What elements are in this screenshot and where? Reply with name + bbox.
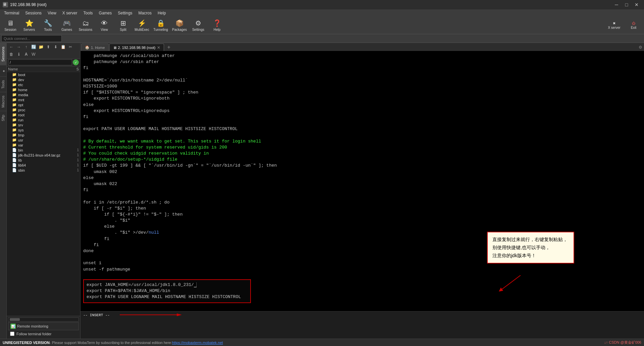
tree-item-bin[interactable]: 📄 bin 1 [7, 148, 80, 153]
menu-terminal[interactable]: Terminal [1, 10, 22, 16]
maximize-button[interactable]: □ [622, 0, 631, 9]
tree-item-proc[interactable]: 📁 proc [7, 107, 80, 112]
tree-item-media[interactable]: 📁 media [7, 92, 80, 97]
status-message: - Please support MobaTerm by subscribing… [50, 341, 172, 345]
games-icon: 🎮 [63, 19, 71, 27]
menu-tools[interactable]: Tools [81, 10, 96, 16]
folder-icon: 📁 [12, 133, 17, 137]
toolbar-xserver[interactable]: ✖ X server [605, 17, 623, 34]
new-tab-button[interactable]: + [165, 44, 173, 51]
xserver-label: X server [608, 26, 620, 30]
tree-item-var[interactable]: 📁 var [7, 142, 80, 148]
tab-home[interactable]: 🏠 1. Home [81, 44, 109, 51]
servers-icon: ⭐ [25, 19, 34, 27]
balloon-line-2: 别使用快捷键,也可以手动， [492, 244, 569, 252]
tree-item-opt[interactable]: 📁 opt [7, 102, 80, 107]
tree-item-run[interactable]: 📁 run [7, 117, 80, 122]
tree-item-lib64[interactable]: 📄 lib64 1 [7, 163, 80, 168]
tree-item-srv[interactable]: 📁 srv [7, 122, 80, 127]
tab-options-button[interactable]: ⚙ [637, 44, 644, 51]
term-line [83, 193, 641, 199]
term-line: for i in /etc/profile.d/*.sh ; do [83, 199, 641, 206]
menu-view[interactable]: View [45, 10, 59, 16]
term-line: else [83, 175, 641, 181]
toolbar-servers[interactable]: ⭐ Servers [20, 17, 38, 34]
settings-label: Settings [192, 28, 204, 32]
folder-icon: 📁 [12, 103, 17, 107]
file-tree-path-input[interactable] [8, 59, 72, 65]
sidebar-tab-sessions[interactable]: Sessions [0, 43, 7, 65]
status-link[interactable]: https://mobaxterm.mobatek.net [172, 341, 223, 345]
ft-download[interactable]: ⬇ [52, 44, 59, 50]
toolbar-split[interactable]: ⊞ Split [114, 17, 132, 34]
menu-help[interactable]: Help [155, 10, 169, 16]
tree-item-sbin[interactable]: 📄 sbin 1 [7, 168, 80, 173]
toolbar-exit[interactable]: ⏻ Exit [625, 17, 643, 34]
ft-forward[interactable]: → [15, 44, 22, 50]
file-tree-scrollbar[interactable] [8, 318, 79, 322]
help-label: Help [214, 28, 221, 32]
menu-macros[interactable]: Macros [136, 10, 154, 16]
term-line: umask 002 [83, 169, 641, 175]
quick-connect-input[interactable] [1, 35, 62, 42]
ft-info[interactable]: ℹ [15, 51, 22, 58]
term-line: if [ "${-#*i}" != "$-" ]; then [83, 212, 641, 218]
packages-label: Packages [172, 28, 187, 32]
terminal-container: 🏠 1. Home 🖥 2. 192.168.98.98 (root) ✕ + … [80, 43, 644, 339]
minimize-button[interactable]: ─ [612, 0, 621, 9]
sidebar-tab-sftp[interactable]: Sftp [0, 111, 7, 125]
ft-copy[interactable]: 📋 [60, 44, 66, 50]
toolbar-tunneling[interactable]: 🔒 Tunneling [152, 17, 170, 34]
sidebar-tab-tools[interactable]: Tools [0, 76, 7, 92]
menu-xserver[interactable]: X server [60, 10, 80, 16]
tree-item-tmp[interactable]: 📁 tmp [7, 132, 80, 137]
ft-up[interactable]: ↑ [23, 44, 30, 50]
ft-upload[interactable]: ⬆ [45, 44, 52, 50]
tree-item-sys[interactable]: 📁 sys [7, 127, 80, 132]
tree-item-lib[interactable]: 📄 lib 1 [7, 158, 80, 163]
ft-cut[interactable]: ✂ [67, 44, 74, 50]
toolbar-settings[interactable]: ⚙ Settings [189, 17, 207, 34]
tree-item-dev[interactable]: 📁 dev [7, 77, 80, 82]
highlight-line-2: export PATH=$PATH:$JAVA_HOME/bin [87, 288, 248, 294]
ft-text[interactable]: A [23, 51, 30, 58]
close-button[interactable]: ✕ [632, 0, 641, 9]
ft-back[interactable]: ← [8, 44, 15, 50]
folder-icon: 📁 [12, 72, 17, 77]
toolbar-packages[interactable]: 📦 Packages [170, 17, 189, 34]
remote-monitoring-icon: 📊 [10, 324, 16, 329]
ft-delete[interactable]: 🗑 [8, 51, 15, 58]
toolbar-multiexec[interactable]: ⚡ MultiExec [133, 17, 151, 34]
toolbar-sessions[interactable]: 🗂 Sessions [76, 17, 95, 34]
toolbar-games[interactable]: 🎮 Games [58, 17, 76, 34]
ft-refresh[interactable]: 🔄 [30, 44, 37, 50]
tree-item-usr[interactable]: 📁 usr [7, 137, 80, 142]
sidebar-tab-star[interactable]: ✦ [0, 65, 7, 76]
sidebar-tab-macros[interactable]: Macros [0, 92, 7, 111]
tree-item-boot[interactable]: 📁 boot [7, 72, 80, 77]
path-go-button[interactable]: ✓ [73, 59, 79, 65]
tab-session[interactable]: 🖥 2. 192.168.98.98 (root) ✕ [109, 44, 164, 51]
toolbar-view[interactable]: 👁 View [95, 17, 113, 34]
menu-games[interactable]: Games [96, 10, 115, 16]
tree-item-jdk[interactable]: 📄 jdk-8u231-linux-x64.tar.gz 1 [7, 153, 80, 158]
ft-newfolder[interactable]: 📁 [38, 44, 44, 50]
remote-monitoring-button[interactable]: 📊 Remote monitoring [8, 322, 79, 330]
toolbar-help[interactable]: ❓ Help [208, 17, 226, 34]
tree-item-mnt[interactable]: 📁 mnt [7, 97, 80, 102]
app-icon: 🖥 [3, 2, 8, 7]
term-line: # You could check uidgid reservation val… [83, 151, 641, 157]
terminal-content[interactable]: pathmunge /usr/local/sbin after pathmung… [80, 52, 644, 311]
terminal-status-bar: -- INSERT -- [80, 311, 644, 319]
ft-wrap[interactable]: W [30, 51, 37, 58]
menu-settings[interactable]: Settings [115, 10, 135, 16]
follow-terminal-checkbox[interactable] [10, 332, 14, 336]
toolbar-session[interactable]: 🖥 Session [1, 17, 19, 34]
tree-item-home[interactable]: 📁 home [7, 87, 80, 92]
menu-sessions[interactable]: Sessions [22, 10, 44, 16]
toolbar-tools[interactable]: 🔧 Tools [39, 17, 57, 34]
tree-item-root[interactable]: 📁 root [7, 112, 80, 117]
file-tree-list[interactable]: 📁 boot 📁 dev 📁 etc 📁 home 📁 media 📁 [7, 72, 80, 316]
tab-close-button[interactable]: ✕ [157, 45, 160, 50]
tree-item-etc[interactable]: 📁 etc [7, 82, 80, 87]
